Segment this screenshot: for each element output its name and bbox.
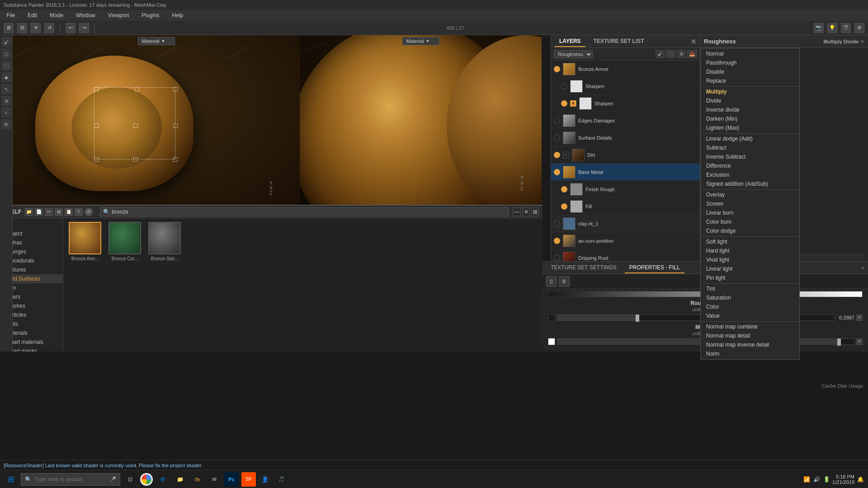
- tab-layers[interactable]: LAYERS: [555, 36, 585, 47]
- shelf-search-input[interactable]: [112, 209, 166, 215]
- taskbar-icon-task-view[interactable]: ⊡: [123, 472, 137, 487]
- material-dropdown-left[interactable]: Material ▼: [137, 37, 175, 45]
- taskbar-icon-substance[interactable]: SP: [241, 472, 256, 487]
- shelf-file-icon[interactable]: 📄: [35, 208, 43, 216]
- layer-item-base-metal[interactable]: Base Metal: [551, 164, 700, 181]
- toolbar-move-icon[interactable]: ✛: [31, 23, 41, 33]
- toolbar-cam2-icon[interactable]: 🎬: [841, 23, 851, 33]
- roughness-color-swatch[interactable]: [548, 314, 555, 321]
- layer-vis-sharpen2[interactable]: [561, 100, 567, 107]
- layers-close[interactable]: ✕: [691, 38, 696, 45]
- blend-option-linear-burn[interactable]: Linear burn: [701, 208, 799, 217]
- layer-vis-base-metal[interactable]: [554, 169, 560, 175]
- blend-option-saturation[interactable]: Saturation: [701, 293, 799, 302]
- tool-fill[interactable]: ⬛: [1, 61, 11, 70]
- shelf-item-bronze-arm[interactable]: Bronze Arm...: [67, 222, 103, 261]
- shelf-folder-icon[interactable]: 📁: [25, 208, 33, 216]
- blend-option-overlay[interactable]: Overlay: [701, 189, 799, 199]
- taskbar-mic-icon[interactable]: 🎤: [109, 476, 116, 483]
- blend-option-tint[interactable]: Tint: [701, 283, 799, 293]
- layer-vis-bronze-armor[interactable]: [554, 66, 560, 72]
- roughness-channel-select[interactable]: Roughness Metallic Base Color Normal: [554, 50, 593, 58]
- tool-material[interactable]: ◆: [1, 72, 11, 82]
- layer-item-edges-damages[interactable]: Edges Damages: [551, 112, 700, 129]
- blend-option-screen[interactable]: Screen: [701, 199, 799, 208]
- layer-item-sharpen1[interactable]: Sharpen: [558, 78, 700, 95]
- shelf-filter-icon[interactable]: ▽: [75, 208, 83, 216]
- toolbar-grid-icon[interactable]: ⊞: [4, 23, 14, 33]
- shelf-paste-icon[interactable]: 📋: [65, 208, 73, 216]
- layer-vis-dirt[interactable]: [554, 152, 560, 158]
- sys-icon-volume[interactable]: 🔊: [812, 475, 821, 483]
- layer-item-bronze-armor[interactable]: Bronze Armor: [551, 61, 700, 78]
- metallic-slider-handle[interactable]: [837, 338, 841, 346]
- toolbar-camera-icon[interactable]: 📷: [814, 23, 824, 33]
- blend-option-pin-light[interactable]: Pin light: [701, 273, 799, 282]
- toolbar-undo-icon[interactable]: ↩: [66, 23, 75, 33]
- layers-settings-btn[interactable]: ⚙: [677, 50, 686, 58]
- sys-icon-battery[interactable]: 🔋: [822, 475, 830, 483]
- taskbar-icon-edge[interactable]: e: [156, 472, 170, 487]
- menu-help[interactable]: Help: [170, 11, 186, 19]
- blend-option-normal[interactable]: Normal: [701, 49, 799, 58]
- menu-window[interactable]: Window: [73, 11, 98, 19]
- layer-vis-surface-details[interactable]: [554, 135, 560, 141]
- blend-option-linear-light[interactable]: Linear light: [701, 264, 799, 273]
- taskbar-icon-chrome[interactable]: [140, 473, 153, 486]
- layer-item-dripping-rust[interactable]: Dripping Rust: [551, 249, 700, 261]
- layer-vis-clay-rk[interactable]: [554, 221, 560, 227]
- blend-option-color-burn[interactable]: Color burn: [701, 217, 799, 226]
- props-close[interactable]: ×: [861, 265, 864, 271]
- blend-option-lighten[interactable]: Lighten (Max): [701, 123, 799, 132]
- shelf-copy-icon[interactable]: ⊞: [55, 208, 63, 216]
- layer-item-ao-curv[interactable]: ao-curv-position: [551, 232, 700, 249]
- tool-smudge[interactable]: ≈: [1, 108, 11, 117]
- shelf-close-btn[interactable]: ✕: [523, 207, 530, 216]
- shelf-item-bronze-cor[interactable]: Bronze Cor...: [107, 222, 143, 261]
- blend-mode-arrow[interactable]: ▼: [860, 39, 864, 44]
- menu-edit[interactable]: Edit: [25, 11, 40, 19]
- blend-option-normal-map-combine[interactable]: Normal map combine: [701, 321, 799, 331]
- sys-icon-network[interactable]: 📶: [802, 475, 811, 483]
- toolbar-redo-icon[interactable]: ↪: [79, 23, 89, 33]
- layer-item-surface-details[interactable]: Surface Details: [551, 129, 700, 146]
- material-dropdown-right[interactable]: Material ▼: [402, 37, 439, 45]
- blend-option-soft-light[interactable]: Soft light: [701, 236, 799, 246]
- tool-erase[interactable]: ◻: [1, 49, 11, 59]
- shelf-grid-btn[interactable]: ⊞: [532, 207, 539, 216]
- layers-fill-btn[interactable]: ⬛: [666, 50, 676, 58]
- blend-option-subtract[interactable]: Subtract: [701, 143, 799, 152]
- tool-select[interactable]: ↖: [1, 84, 11, 94]
- metallic-reset-btn[interactable]: ↺: [856, 338, 863, 345]
- blend-option-color[interactable]: Color: [701, 302, 799, 311]
- layer-vis-ao-curv[interactable]: [554, 238, 560, 244]
- roughness-slider-handle[interactable]: [636, 314, 639, 322]
- taskbar-search-input[interactable]: [34, 476, 107, 483]
- layer-vis-sharpen1[interactable]: [561, 83, 567, 89]
- layer-vis-edges-damages[interactable]: [554, 117, 560, 124]
- toolbar-render-icon[interactable]: 💡: [827, 23, 837, 33]
- menu-viewport[interactable]: Viewport: [105, 11, 132, 19]
- blend-option-inverse-divide[interactable]: Inverse divide: [701, 105, 799, 114]
- blend-option-inverse-subtract[interactable]: Inverse Subtract: [701, 152, 799, 161]
- shelf-minimize-btn[interactable]: —: [513, 207, 521, 216]
- blend-option-passthrough[interactable]: Passthrough: [701, 58, 799, 67]
- menu-plugins[interactable]: Plugins: [139, 11, 162, 19]
- channel-icon-color[interactable]: C: [546, 276, 557, 287]
- shelf-cut-icon[interactable]: ✂: [45, 208, 53, 216]
- blend-option-linear-dodge[interactable]: Linear dodge (Add): [701, 133, 799, 143]
- blend-option-value[interactable]: Value: [701, 311, 799, 320]
- menu-file[interactable]: File: [4, 11, 18, 19]
- taskbar-icon-mail[interactable]: ✉: [207, 472, 222, 487]
- layer-vis-finish-rough[interactable]: [561, 186, 567, 192]
- blend-option-normal-map-inverse-detail[interactable]: Normal map inverse detail: [701, 340, 799, 349]
- taskbar-clock[interactable]: 5:18 PM 1/21/2019: [832, 474, 854, 485]
- blend-option-divide[interactable]: Divide: [701, 96, 799, 105]
- layer-vis-fill[interactable]: [561, 203, 567, 210]
- blend-option-multiply[interactable]: Multiply: [701, 86, 799, 96]
- blend-option-color-dodge[interactable]: Color dodge: [701, 226, 799, 235]
- tab-texture-set-list[interactable]: TEXTURE SET LIST: [589, 36, 649, 47]
- sys-icon-notification[interactable]: 🔔: [856, 475, 864, 483]
- blend-option-difference[interactable]: Difference: [701, 161, 799, 170]
- layer-item-dirt[interactable]: C Dirt: [551, 146, 700, 164]
